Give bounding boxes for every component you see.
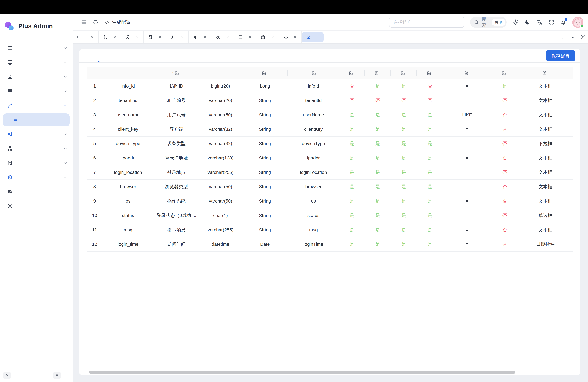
cell-插入[interactable]: 是 xyxy=(339,165,365,179)
cell-插入[interactable]: 是 xyxy=(339,223,365,237)
cell-查询[interactable]: 是 xyxy=(417,194,443,208)
cell-插入[interactable]: 是 xyxy=(339,108,365,122)
cell-Java类型[interactable]: Long xyxy=(242,79,288,93)
cell-Java类型[interactable]: String xyxy=(242,108,288,122)
cell-Java属性名[interactable]: os xyxy=(288,194,339,208)
cell-必填[interactable]: 否 xyxy=(491,93,518,107)
cell-字段描述[interactable]: 设备类型 xyxy=(154,137,199,151)
cell-插入[interactable]: 是 xyxy=(339,194,365,208)
cell-显示类型[interactable]: 文本框 xyxy=(518,180,573,194)
tab-close-icon[interactable] xyxy=(226,35,229,39)
sidebar-item-tasks[interactable] xyxy=(0,156,73,170)
cell-字段描述[interactable]: 租户编号 xyxy=(154,93,199,107)
cell-编辑[interactable]: 是 xyxy=(365,209,391,223)
language-switch-button[interactable] xyxy=(536,19,543,25)
cell-插入[interactable]: 否 xyxy=(339,79,365,93)
menu-toggle-button[interactable] xyxy=(81,19,86,25)
settings-button[interactable] xyxy=(513,19,519,25)
sidebar-item-about[interactable] xyxy=(0,199,73,213)
cell-编辑[interactable]: 是 xyxy=(365,137,391,151)
page-tab-4[interactable] xyxy=(166,31,189,43)
cell-Java类型[interactable]: String xyxy=(242,165,288,179)
cell-必填[interactable]: 否 xyxy=(491,122,518,136)
tab-close-icon[interactable] xyxy=(158,35,162,39)
cell-必填[interactable]: 否 xyxy=(491,151,518,165)
cell-Java属性名[interactable]: clientKey xyxy=(288,122,339,136)
sidebar-item-monitor[interactable] xyxy=(0,55,73,70)
cell-显示类型[interactable]: 文本框 xyxy=(518,108,573,122)
page-tab-7[interactable] xyxy=(234,31,256,43)
cell-查询[interactable]: 是 xyxy=(417,209,443,223)
tabs-dropdown-button[interactable] xyxy=(568,31,578,43)
cell-查询[interactable]: 是 xyxy=(417,122,443,136)
cell-查询[interactable]: 是 xyxy=(417,237,443,251)
cell-插入[interactable]: 是 xyxy=(339,180,365,194)
tab-close-icon[interactable] xyxy=(181,35,184,39)
cell-列表[interactable]: 是 xyxy=(391,237,417,251)
page-tab-1[interactable] xyxy=(99,31,121,43)
cell-Java属性名[interactable]: ipaddr xyxy=(288,151,339,165)
cell-查询[interactable]: 是 xyxy=(417,108,443,122)
cell-必填[interactable]: 否 xyxy=(491,223,518,237)
cell-查询[interactable]: 否 xyxy=(417,93,443,107)
sidebar-item-flow[interactable] xyxy=(0,127,73,142)
cell-编辑[interactable]: 是 xyxy=(365,151,391,165)
cell-查询[interactable]: 是 xyxy=(417,223,443,237)
cell-Java属性名[interactable]: tenantId xyxy=(288,93,339,107)
tab-close-icon[interactable] xyxy=(248,35,252,39)
cell-列表[interactable]: 是 xyxy=(391,137,417,151)
cell-Java类型[interactable]: String xyxy=(242,93,288,107)
user-avatar[interactable] xyxy=(572,17,583,28)
tab-close-icon[interactable] xyxy=(113,35,117,39)
horizontal-scrollbar-thumb[interactable] xyxy=(89,371,515,374)
cell-编辑[interactable]: 否 xyxy=(365,93,391,107)
cell-显示类型[interactable]: 文本框 xyxy=(518,122,573,136)
cell-必填[interactable]: 否 xyxy=(491,180,518,194)
save-config-button[interactable]: 保存配置 xyxy=(546,50,575,62)
cell-查询[interactable]: 是 xyxy=(417,137,443,151)
cell-Java属性名[interactable]: deviceType xyxy=(288,137,339,151)
cell-Java属性名[interactable]: loginLocation xyxy=(288,165,339,179)
tab-close-icon[interactable] xyxy=(90,35,94,39)
cell-显示类型[interactable]: 日期控件 xyxy=(518,237,573,251)
tab-close-icon[interactable] xyxy=(136,35,139,39)
cell-必填[interactable]: 否 xyxy=(491,137,518,151)
cell-显示类型[interactable]: 下拉框 xyxy=(518,137,573,151)
cell-编辑[interactable]: 是 xyxy=(365,180,391,194)
tab-close-icon[interactable] xyxy=(271,35,274,39)
sidebar-subitem-code[interactable] xyxy=(3,113,70,127)
cell-Java属性名[interactable]: loginTime xyxy=(288,237,339,251)
cell-查询方式[interactable]: = xyxy=(443,209,491,223)
cell-显示类型[interactable]: 文本框 xyxy=(518,194,573,208)
cell-查询方式[interactable]: = xyxy=(443,165,491,179)
cell-编辑[interactable]: 是 xyxy=(365,237,391,251)
notifications-button[interactable] xyxy=(560,19,567,25)
cell-字段描述[interactable]: 访问ID xyxy=(154,79,199,93)
cell-查询方式[interactable]: = xyxy=(443,180,491,194)
sidebar-item-workflow[interactable] xyxy=(0,142,73,156)
cell-列表[interactable]: 是 xyxy=(391,194,417,208)
cell-查询方式[interactable]: = xyxy=(443,137,491,151)
cell-查询方式[interactable]: = xyxy=(443,194,491,208)
cell-Java类型[interactable]: Date xyxy=(242,237,288,251)
cell-查询[interactable]: 是 xyxy=(417,165,443,179)
cell-查询方式[interactable]: = xyxy=(443,151,491,165)
page-tab-3[interactable] xyxy=(144,31,166,43)
cell-插入[interactable]: 是 xyxy=(339,151,365,165)
cell-Java类型[interactable]: String xyxy=(242,223,288,237)
sidebar-item-overview[interactable] xyxy=(0,41,73,55)
cell-Java属性名[interactable]: msg xyxy=(288,223,339,237)
tabs-scroll-right-button[interactable] xyxy=(558,31,568,43)
cell-插入[interactable]: 是 xyxy=(339,237,365,251)
cell-查询[interactable]: 是 xyxy=(417,151,443,165)
cell-查询方式[interactable]: = xyxy=(443,93,491,107)
cell-列表[interactable]: 是 xyxy=(391,165,417,179)
cell-插入[interactable]: 否 xyxy=(339,93,365,107)
cell-字段描述[interactable]: 访问时间 xyxy=(154,237,199,251)
cell-插入[interactable]: 是 xyxy=(339,137,365,151)
cell-Java类型[interactable]: String xyxy=(242,122,288,136)
cell-Java类型[interactable]: String xyxy=(242,209,288,223)
cell-显示类型[interactable]: 文本框 xyxy=(518,151,573,165)
global-search[interactable]: 搜索 ⌘ K xyxy=(470,17,507,28)
cell-查询方式[interactable]: LIKE xyxy=(443,108,491,122)
